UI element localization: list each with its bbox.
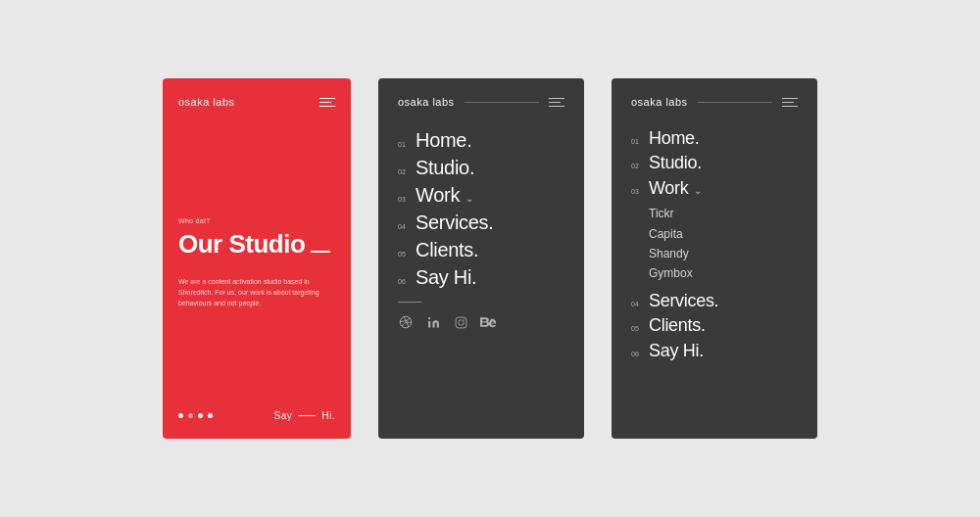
nav-item-services[interactable]: 04 Services. xyxy=(398,210,564,235)
say-hi-button[interactable]: Say Hi. xyxy=(274,410,335,421)
nav-item-home[interactable]: 01 Home. xyxy=(398,127,564,153)
phone-card-dark-2: osaka labs 01 Home. 02 Studio. 03 Work ⌄… xyxy=(612,78,817,439)
nav-item-sayhi[interactable]: 06 Say Hi. xyxy=(631,340,798,362)
nav-list: 01 Home. 02 Studio. 03 Work ⌄ Tickr Capi… xyxy=(631,127,798,362)
nav-item-work[interactable]: 03 Work ⌄ xyxy=(631,177,798,200)
work-submenu: Tickr Capita Shandy Gymbox xyxy=(631,204,798,284)
chevron-icon: ⌄ xyxy=(466,193,473,204)
dribbble-icon[interactable] xyxy=(398,314,414,330)
title-underline xyxy=(311,251,330,253)
submenu-gymbox[interactable]: Gymbox xyxy=(649,263,798,283)
svg-rect-2 xyxy=(456,317,466,328)
social-icons xyxy=(398,314,564,330)
logo: osaka labs xyxy=(178,96,235,108)
card-header: osaka labs xyxy=(178,96,335,108)
phone-card-dark-1: osaka labs 01 Home. 02 Studio. 03 Work ⌄… xyxy=(378,78,584,439)
hamburger-icon[interactable] xyxy=(319,98,335,107)
dot-4 xyxy=(208,413,213,418)
dot-2 xyxy=(188,413,193,418)
submenu-shandy[interactable]: Shandy xyxy=(649,244,798,263)
svg-point-1 xyxy=(428,317,430,319)
dot-3 xyxy=(198,413,203,418)
nav-item-work[interactable]: 03 Work ⌄ xyxy=(398,182,564,208)
who-dat-label: Who dat? xyxy=(178,217,335,224)
logo: osaka labs xyxy=(631,96,688,108)
pagination-dots xyxy=(178,413,213,418)
card-header: osaka labs xyxy=(398,96,564,108)
nav-item-services[interactable]: 04 Services. xyxy=(631,290,798,312)
instagram-icon[interactable] xyxy=(453,314,468,330)
phone-card-red: osaka labs Who dat? Our Studio We are a … xyxy=(163,78,351,439)
logo: osaka labs xyxy=(398,96,455,108)
card-content: Who dat? Our Studio We are a content act… xyxy=(178,159,335,308)
svg-point-4 xyxy=(463,318,464,319)
divider xyxy=(398,302,421,303)
nav-item-home[interactable]: 01 Home. xyxy=(631,127,798,150)
studio-description: We are a content activation studio based… xyxy=(178,276,335,309)
hamburger-icon[interactable] xyxy=(549,98,564,107)
nav-item-studio[interactable]: 02 Studio. xyxy=(398,155,564,180)
say-hi-line xyxy=(298,415,316,416)
nav-item-clients[interactable]: 05 Clients. xyxy=(631,314,798,337)
header-line xyxy=(698,102,772,103)
studio-title: Our Studio xyxy=(178,230,335,258)
linkedin-icon[interactable] xyxy=(425,314,441,330)
chevron-icon: ⌄ xyxy=(694,185,702,196)
card-footer: Say Hi. xyxy=(178,410,335,421)
submenu-tickr[interactable]: Tickr xyxy=(649,204,798,223)
header-line xyxy=(465,102,539,103)
card-header: osaka labs xyxy=(631,96,798,108)
hamburger-icon[interactable] xyxy=(782,98,798,107)
nav-item-studio[interactable]: 02 Studio. xyxy=(631,152,798,174)
submenu-capita[interactable]: Capita xyxy=(649,224,798,244)
nav-item-sayhi[interactable]: 06 Say Hi. xyxy=(398,264,564,290)
nav-item-clients[interactable]: 05 Clients. xyxy=(398,237,564,262)
nav-list: 01 Home. 02 Studio. 03 Work ⌄ 04 Service… xyxy=(398,127,564,290)
behance-icon[interactable] xyxy=(480,314,496,330)
dot-1 xyxy=(178,413,183,418)
svg-point-3 xyxy=(458,319,463,324)
